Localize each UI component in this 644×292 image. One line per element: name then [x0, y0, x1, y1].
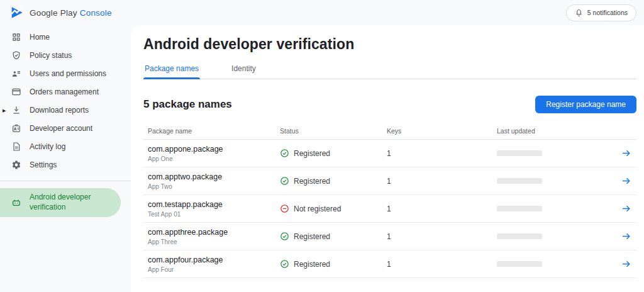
app-name: App Four: [148, 266, 280, 273]
arrow-right-icon: [621, 203, 631, 214]
expand-caret-icon[interactable]: ▶: [3, 108, 6, 112]
table-row: com.appone.package App One Registered 1: [143, 140, 636, 167]
package-name: com.appfour.package: [148, 256, 280, 264]
table-row: com.appthree.package App Three Registere…: [143, 223, 636, 250]
sidebar-item-label: Android developer verification: [30, 193, 111, 212]
registered-icon: [280, 232, 289, 241]
last-updated-redacted-bar: [497, 233, 542, 239]
logo-text: Google PlayConsole: [30, 8, 112, 18]
status-label: Registered: [294, 232, 330, 241]
sidebar-item-label: Download reports: [30, 106, 89, 115]
status-cell: Registered: [280, 259, 387, 269]
row-detail-arrow[interactable]: [621, 231, 639, 242]
status-label: Registered: [294, 260, 330, 269]
keys-cell: 1: [387, 260, 497, 269]
sidebar-item-label: Orders management: [30, 87, 99, 96]
sidebar-item-home[interactable]: Home: [0, 28, 131, 46]
arrow-right-icon: [621, 231, 631, 242]
arrow-right-icon: [621, 259, 631, 269]
row-detail-arrow[interactable]: [621, 259, 639, 269]
sidebar-item-label: Policy status: [30, 51, 72, 60]
sidebar-divider: [0, 181, 131, 181]
sidebar-item-label: Activity log: [30, 142, 65, 151]
package-cell: com.appfour.package App Four: [148, 256, 280, 273]
sidebar-item-developer-account[interactable]: Developer account: [0, 119, 131, 137]
package-name: com.appone.package: [148, 145, 280, 154]
status-label: Registered: [294, 177, 330, 186]
credit-card-icon: [11, 87, 21, 97]
register-package-name-button[interactable]: Register package name: [535, 96, 636, 113]
sidebar-item-label: Users and permissions: [30, 69, 106, 78]
last-updated-redacted-bar: [497, 150, 542, 156]
sidebar-item-download-reports[interactable]: ▶ Download reports: [0, 101, 131, 119]
package-cell: com.testapp.package Test App 01: [148, 200, 280, 218]
status-cell: Registered: [280, 232, 387, 241]
table-row: com.apptwo.package App Two Registered 1: [143, 167, 636, 195]
sidebar: Home Policy status Users and permissions…: [0, 28, 131, 292]
registered-icon: [280, 259, 289, 269]
table-row: com.testapp.package Test App 01 Not regi…: [143, 195, 636, 223]
gear-icon: [11, 160, 21, 170]
sidebar-item-label: Developer account: [30, 124, 92, 133]
section-header: 5 package names Register package name: [143, 96, 636, 113]
sidebar-item-label: Settings: [30, 160, 57, 169]
tab-bar: Package names Identity: [143, 61, 636, 79]
logo-google-play: Google Play: [30, 8, 77, 18]
sidebar-item-activity-log[interactable]: Activity log: [0, 137, 131, 155]
status-label: Registered: [294, 149, 330, 158]
tab-package-names[interactable]: Package names: [143, 61, 200, 79]
last-updated-redacted-bar: [497, 206, 542, 211]
column-header-keys: Keys: [387, 127, 497, 135]
not-registered-icon: [280, 204, 289, 213]
app-name: App One: [148, 155, 280, 162]
logo-console: Console: [80, 8, 112, 18]
notifications-button[interactable]: 5 notifications: [566, 4, 636, 21]
column-header-status: Status: [280, 127, 387, 135]
status-cell: Registered: [280, 176, 387, 186]
user-list-icon: [11, 69, 21, 79]
package-name: com.apptwo.package: [148, 172, 280, 181]
sidebar-item-policy-status[interactable]: Policy status: [0, 46, 131, 64]
package-table: Package name Status Keys Last updated co…: [143, 122, 636, 278]
shield-check-icon: [11, 50, 21, 60]
arrow-right-icon: [621, 176, 631, 186]
table-header-row: Package name Status Keys Last updated: [143, 122, 636, 140]
registered-icon: [280, 149, 289, 158]
package-name: com.testapp.package: [148, 200, 280, 209]
app-name: App Two: [148, 183, 280, 190]
grid-icon: [11, 32, 21, 42]
android-icon: [11, 198, 21, 208]
play-console-logo[interactable]: Google PlayConsole: [10, 6, 112, 20]
play-console-logo-icon: [10, 6, 24, 20]
tab-identity[interactable]: Identity: [230, 61, 257, 79]
status-label: Not registered: [294, 205, 341, 213]
table-row: com.appfour.package App Four Registered …: [143, 250, 636, 278]
last-updated-redacted-bar: [497, 261, 542, 267]
package-count-heading: 5 package names: [143, 98, 232, 111]
sidebar-item-orders-management[interactable]: Orders management: [0, 82, 131, 101]
keys-cell: 1: [387, 232, 497, 241]
download-icon: [11, 105, 21, 115]
package-cell: com.appone.package App One: [148, 145, 280, 162]
sidebar-item-android-developer-verification[interactable]: Android developer verification: [0, 188, 121, 217]
document-icon: [11, 142, 21, 152]
top-bar: Google PlayConsole 5 notifications: [0, 0, 644, 25]
row-detail-arrow[interactable]: [621, 176, 639, 186]
keys-cell: 1: [387, 177, 497, 186]
status-cell: Not registered: [280, 204, 387, 213]
status-cell: Registered: [280, 149, 387, 158]
app-name: App Three: [148, 239, 280, 245]
page-title: Android developer verification: [143, 36, 636, 53]
main-content: Android developer verification Package n…: [131, 25, 644, 292]
column-header-last-updated: Last updated: [497, 127, 621, 135]
row-detail-arrow[interactable]: [621, 203, 639, 214]
row-detail-arrow[interactable]: [621, 148, 639, 159]
notifications-label: 5 notifications: [587, 9, 628, 16]
bell-icon: [575, 9, 583, 17]
id-badge-icon: [11, 123, 21, 133]
sidebar-item-users-permissions[interactable]: Users and permissions: [0, 64, 131, 82]
package-cell: com.appthree.package App Three: [148, 228, 280, 245]
sidebar-item-label: Home: [30, 33, 50, 42]
registered-icon: [280, 176, 289, 186]
sidebar-item-settings[interactable]: Settings: [0, 155, 131, 174]
